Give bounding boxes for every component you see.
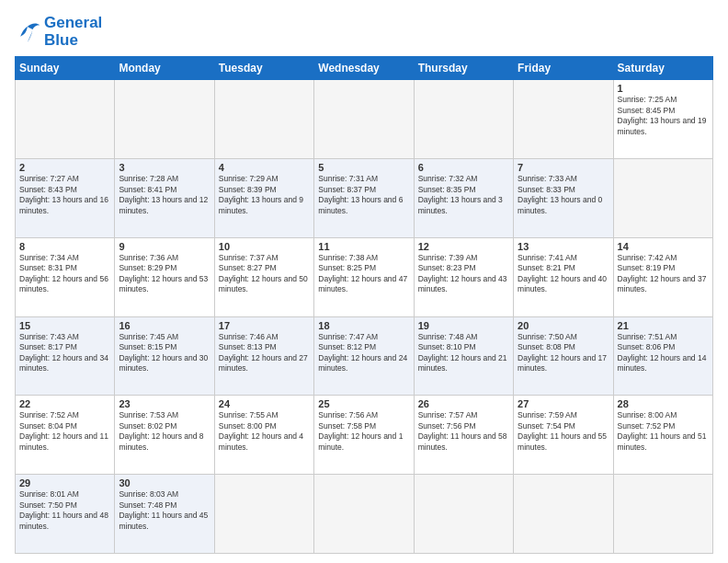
calendar-table: SundayMondayTuesdayWednesdayThursdayFrid… xyxy=(15,56,713,554)
page: General Blue SundayMondayTuesdayWednesda… xyxy=(0,0,728,563)
day-number: 2 xyxy=(19,162,110,173)
day-info: Sunrise: 7:28 AMSunset: 8:41 PMDaylight:… xyxy=(119,174,210,216)
logo: General Blue xyxy=(15,15,102,49)
day-number: 3 xyxy=(119,162,210,173)
day-number: 26 xyxy=(418,398,509,409)
day-info: Sunrise: 7:39 AMSunset: 8:23 PMDaylight:… xyxy=(418,253,509,295)
day-info: Sunrise: 8:01 AMSunset: 7:50 PMDaylight:… xyxy=(19,489,110,532)
col-header-tuesday: Tuesday xyxy=(214,57,313,80)
day-number: 29 xyxy=(19,477,110,488)
day-info: Sunrise: 7:48 AMSunset: 8:10 PMDaylight:… xyxy=(418,332,509,374)
day-info: Sunrise: 7:46 AMSunset: 8:13 PMDaylight:… xyxy=(219,332,310,374)
day-info: Sunrise: 8:03 AMSunset: 7:48 PMDaylight:… xyxy=(119,489,210,532)
day-info: Sunrise: 7:51 AMSunset: 8:06 PMDaylight:… xyxy=(618,332,709,374)
calendar-cell xyxy=(314,475,414,554)
calendar-cell: 6Sunrise: 7:32 AMSunset: 8:35 PMDaylight… xyxy=(414,159,513,238)
day-number: 21 xyxy=(618,320,709,331)
calendar-cell xyxy=(514,80,613,159)
day-number: 9 xyxy=(119,241,210,252)
day-info: Sunrise: 7:57 AMSunset: 7:56 PMDaylight:… xyxy=(418,410,509,453)
day-info: Sunrise: 7:37 AMSunset: 8:27 PMDaylight:… xyxy=(219,253,310,295)
day-number: 20 xyxy=(518,320,609,331)
day-number: 6 xyxy=(418,162,509,173)
day-number: 24 xyxy=(219,398,310,409)
calendar-cell: 17Sunrise: 7:46 AMSunset: 8:13 PMDayligh… xyxy=(214,316,313,396)
calendar-cell: 8Sunrise: 7:34 AMSunset: 8:31 PMDaylight… xyxy=(16,237,115,316)
day-info: Sunrise: 7:33 AMSunset: 8:33 PMDaylight:… xyxy=(518,174,609,216)
calendar-cell xyxy=(613,475,712,554)
day-info: Sunrise: 8:00 AMSunset: 7:52 PMDaylight:… xyxy=(618,410,709,453)
day-info: Sunrise: 7:53 AMSunset: 8:02 PMDaylight:… xyxy=(119,410,210,453)
calendar-cell xyxy=(314,80,414,159)
calendar-cell xyxy=(214,80,313,159)
day-info: Sunrise: 7:32 AMSunset: 8:35 PMDaylight:… xyxy=(418,174,509,216)
col-header-friday: Friday xyxy=(514,57,613,80)
day-number: 22 xyxy=(19,398,110,409)
calendar-cell: 20Sunrise: 7:50 AMSunset: 8:08 PMDayligh… xyxy=(514,316,613,396)
calendar-cell: 12Sunrise: 7:39 AMSunset: 8:23 PMDayligh… xyxy=(414,237,513,316)
col-header-wednesday: Wednesday xyxy=(314,57,414,80)
day-number: 8 xyxy=(19,241,110,252)
calendar-cell: 1Sunrise: 7:25 AMSunset: 8:45 PMDaylight… xyxy=(613,80,712,159)
day-info: Sunrise: 7:41 AMSunset: 8:21 PMDaylight:… xyxy=(518,253,609,295)
calendar-cell: 7Sunrise: 7:33 AMSunset: 8:33 PMDaylight… xyxy=(514,159,613,238)
calendar-cell xyxy=(16,80,115,159)
day-number: 25 xyxy=(318,398,409,409)
day-number: 23 xyxy=(119,398,210,409)
day-number: 30 xyxy=(119,477,210,488)
calendar-cell: 16Sunrise: 7:45 AMSunset: 8:15 PMDayligh… xyxy=(115,316,214,396)
calendar-cell: 9Sunrise: 7:36 AMSunset: 8:29 PMDaylight… xyxy=(115,237,214,316)
calendar-cell: 30Sunrise: 8:03 AMSunset: 7:48 PMDayligh… xyxy=(115,475,214,554)
calendar-cell xyxy=(613,159,712,238)
day-info: Sunrise: 7:55 AMSunset: 8:00 PMDaylight:… xyxy=(219,410,310,453)
day-number: 18 xyxy=(318,320,409,331)
calendar-cell: 2Sunrise: 7:27 AMSunset: 8:43 PMDaylight… xyxy=(16,159,115,238)
day-number: 11 xyxy=(318,241,409,252)
calendar-cell: 14Sunrise: 7:42 AMSunset: 8:19 PMDayligh… xyxy=(613,237,712,316)
calendar-cell: 24Sunrise: 7:55 AMSunset: 8:00 PMDayligh… xyxy=(214,396,313,475)
col-header-monday: Monday xyxy=(115,57,214,80)
calendar-cell: 15Sunrise: 7:43 AMSunset: 8:17 PMDayligh… xyxy=(16,316,115,396)
col-header-thursday: Thursday xyxy=(414,57,513,80)
header: General Blue xyxy=(15,15,713,49)
day-number: 15 xyxy=(19,320,110,331)
day-number: 1 xyxy=(618,83,709,94)
day-number: 13 xyxy=(518,241,609,252)
day-info: Sunrise: 7:34 AMSunset: 8:31 PMDaylight:… xyxy=(19,253,110,295)
calendar-cell: 5Sunrise: 7:31 AMSunset: 8:37 PMDaylight… xyxy=(314,159,414,238)
logo-text: General Blue xyxy=(44,15,102,49)
day-info: Sunrise: 7:50 AMSunset: 8:08 PMDaylight:… xyxy=(518,332,609,374)
day-number: 17 xyxy=(219,320,310,331)
day-info: Sunrise: 7:38 AMSunset: 8:25 PMDaylight:… xyxy=(318,253,409,295)
calendar-cell: 3Sunrise: 7:28 AMSunset: 8:41 PMDaylight… xyxy=(115,159,214,238)
day-number: 27 xyxy=(518,398,609,409)
day-info: Sunrise: 7:36 AMSunset: 8:29 PMDaylight:… xyxy=(119,253,210,295)
day-number: 12 xyxy=(418,241,509,252)
day-info: Sunrise: 7:25 AMSunset: 8:45 PMDaylight:… xyxy=(618,95,709,137)
calendar-cell: 21Sunrise: 7:51 AMSunset: 8:06 PMDayligh… xyxy=(613,316,712,396)
day-number: 10 xyxy=(219,241,310,252)
day-info: Sunrise: 7:31 AMSunset: 8:37 PMDaylight:… xyxy=(318,174,409,216)
day-info: Sunrise: 7:45 AMSunset: 8:15 PMDaylight:… xyxy=(119,332,210,374)
calendar-cell xyxy=(414,80,513,159)
calendar-cell: 10Sunrise: 7:37 AMSunset: 8:27 PMDayligh… xyxy=(214,237,313,316)
day-info: Sunrise: 7:29 AMSunset: 8:39 PMDaylight:… xyxy=(219,174,310,216)
day-number: 16 xyxy=(119,320,210,331)
calendar-cell: 27Sunrise: 7:59 AMSunset: 7:54 PMDayligh… xyxy=(514,396,613,475)
calendar-cell: 26Sunrise: 7:57 AMSunset: 7:56 PMDayligh… xyxy=(414,396,513,475)
day-number: 19 xyxy=(418,320,509,331)
calendar-cell xyxy=(514,475,613,554)
calendar-cell: 28Sunrise: 8:00 AMSunset: 7:52 PMDayligh… xyxy=(613,396,712,475)
col-header-saturday: Saturday xyxy=(613,57,712,80)
col-header-sunday: Sunday xyxy=(16,57,115,80)
calendar-cell xyxy=(214,475,313,554)
day-info: Sunrise: 7:52 AMSunset: 8:04 PMDaylight:… xyxy=(19,410,110,453)
day-info: Sunrise: 7:42 AMSunset: 8:19 PMDaylight:… xyxy=(618,253,709,295)
day-info: Sunrise: 7:43 AMSunset: 8:17 PMDaylight:… xyxy=(19,332,110,374)
calendar-cell: 18Sunrise: 7:47 AMSunset: 8:12 PMDayligh… xyxy=(314,316,414,396)
day-info: Sunrise: 7:59 AMSunset: 7:54 PMDaylight:… xyxy=(518,410,609,453)
calendar-cell: 25Sunrise: 7:56 AMSunset: 7:58 PMDayligh… xyxy=(314,396,414,475)
day-number: 5 xyxy=(318,162,409,173)
calendar-cell: 23Sunrise: 7:53 AMSunset: 8:02 PMDayligh… xyxy=(115,396,214,475)
calendar-cell: 19Sunrise: 7:48 AMSunset: 8:10 PMDayligh… xyxy=(414,316,513,396)
